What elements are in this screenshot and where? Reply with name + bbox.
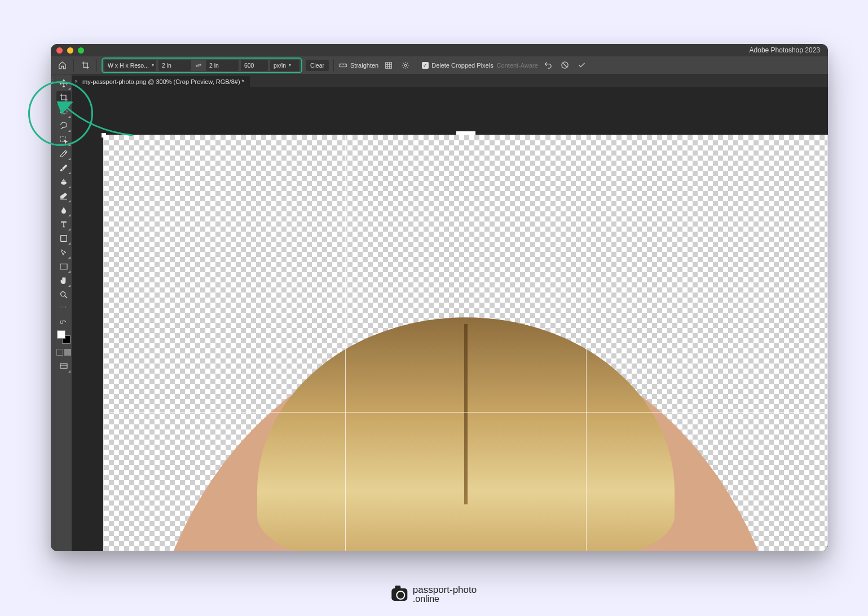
crop-handle-top[interactable] <box>456 131 475 135</box>
tool-panel: ··· <box>55 74 72 551</box>
cancel-crop-button[interactable] <box>558 59 572 72</box>
panel-grip[interactable]: ⋮ <box>51 74 55 551</box>
path-selection-tool[interactable] <box>56 246 71 259</box>
reset-crop-button[interactable] <box>541 59 555 72</box>
clear-button[interactable]: Clear <box>306 60 329 71</box>
rule-of-thirds-line <box>104 412 827 413</box>
chevron-down-icon: ▾ <box>289 63 291 68</box>
home-button[interactable] <box>55 59 69 72</box>
delete-cropped-label: Delete Cropped Pixels <box>431 62 493 69</box>
crop-preset-label: W x H x Reso... <box>108 62 149 69</box>
svg-point-1 <box>404 64 407 67</box>
crop-region[interactable] <box>103 135 828 551</box>
close-tab-button[interactable]: × <box>74 78 78 85</box>
chevron-down-icon: ▾ <box>152 63 154 68</box>
workspace: ⋮ <box>51 74 828 551</box>
zoom-tool[interactable] <box>56 288 71 302</box>
watermark-line2: .online <box>413 595 477 604</box>
crop-width-input[interactable] <box>158 60 191 71</box>
close-window-button[interactable] <box>56 47 63 54</box>
content-aware-label: Content-Aware <box>497 62 538 69</box>
content-aware-checkbox: Content-Aware <box>497 62 538 69</box>
commit-crop-button[interactable] <box>575 59 589 72</box>
checkmark-icon <box>578 61 586 69</box>
clone-stamp-tool[interactable] <box>56 175 71 189</box>
eyedropper-tool[interactable] <box>56 147 71 161</box>
move-tool[interactable] <box>56 77 71 90</box>
svg-rect-5 <box>60 236 67 242</box>
lasso-tool[interactable] <box>56 119 71 132</box>
camera-icon <box>391 588 407 601</box>
photoshop-window: Adobe Photoshop 2023 W x H x Reso... ▾ p… <box>51 44 828 551</box>
marquee-tool[interactable] <box>56 105 71 118</box>
rule-of-thirds-line <box>345 135 346 551</box>
rule-of-thirds-line <box>586 135 587 551</box>
canvas-dim-region <box>103 87 828 135</box>
crop-dimensions-highlight: W x H x Reso... ▾ px/in ▾ <box>102 57 302 73</box>
hand-tool[interactable] <box>56 274 71 287</box>
options-bar: W x H x Reso... ▾ px/in ▾ Clear Straight… <box>51 56 828 74</box>
document-tab-title: my-passport-photo.png @ 300% (Crop Previ… <box>82 78 244 85</box>
foreground-background-colors[interactable] <box>57 330 71 344</box>
straighten-icon <box>338 61 347 69</box>
crop-height-input[interactable] <box>206 60 239 71</box>
document-area: × my-passport-photo.png @ 300% (Crop Pre… <box>72 74 828 551</box>
crop-handle-corner[interactable] <box>102 133 106 138</box>
crop-options-gear-button[interactable] <box>399 59 412 72</box>
document-tab-strip: × my-passport-photo.png @ 300% (Crop Pre… <box>72 74 828 87</box>
cancel-icon <box>561 61 569 69</box>
swap-dimensions-button[interactable] <box>193 60 204 70</box>
watermark-line1: passport-photo <box>413 585 477 595</box>
quick-mask-toggle[interactable] <box>56 349 71 356</box>
checkbox-checked-icon: ✓ <box>422 62 429 69</box>
title-bar: Adobe Photoshop 2023 <box>51 44 828 56</box>
straighten-button[interactable]: Straighten <box>338 61 378 69</box>
crop-resolution-input[interactable] <box>241 60 268 71</box>
edit-toolbar-button[interactable]: ··· <box>56 302 71 311</box>
straighten-label: Straighten <box>350 62 378 69</box>
object-selection-tool[interactable] <box>56 133 71 147</box>
resolution-unit-label: px/in <box>274 62 286 69</box>
app-title: Adobe Photoshop 2023 <box>750 46 820 54</box>
gear-icon <box>402 61 409 69</box>
svg-rect-8 <box>60 321 63 323</box>
swap-colors-button[interactable] <box>56 316 71 326</box>
maximize-window-button[interactable] <box>78 47 84 54</box>
svg-point-3 <box>60 109 67 114</box>
shape-tool[interactable] <box>56 232 71 245</box>
delete-cropped-checkbox[interactable]: ✓ Delete Cropped Pixels <box>422 62 493 69</box>
crop-preset-dropdown[interactable]: W x H x Reso... ▾ <box>104 60 156 71</box>
artboard-tool[interactable] <box>56 260 71 273</box>
grid-overlay-button[interactable] <box>382 59 395 72</box>
minimize-window-button[interactable] <box>67 47 73 54</box>
smudge-tool[interactable] <box>56 203 71 217</box>
svg-rect-6 <box>60 264 67 269</box>
undo-icon <box>544 61 552 69</box>
document-tab[interactable]: × my-passport-photo.png @ 300% (Crop Pre… <box>72 76 250 87</box>
resolution-unit-dropdown[interactable]: px/in ▾ <box>270 60 299 71</box>
canvas[interactable] <box>72 87 828 551</box>
watermark: passport-photo .online <box>391 585 477 604</box>
brush-tool[interactable] <box>56 161 71 175</box>
type-tool[interactable] <box>56 218 71 231</box>
svg-rect-0 <box>339 64 346 67</box>
svg-rect-9 <box>60 364 67 368</box>
photo-hair <box>464 324 468 504</box>
eraser-tool[interactable] <box>56 189 71 203</box>
window-controls <box>56 47 84 54</box>
crop-tool[interactable] <box>56 91 71 104</box>
active-tool-crop-icon <box>78 59 92 72</box>
svg-point-7 <box>60 292 65 296</box>
screen-mode-button[interactable] <box>56 360 71 373</box>
